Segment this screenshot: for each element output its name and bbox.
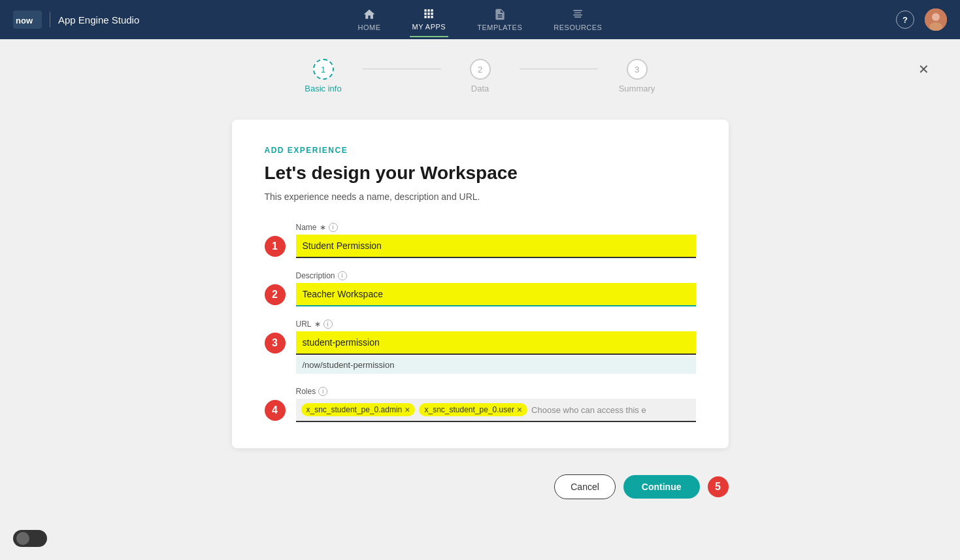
name-info-icon[interactable]: i (329, 223, 338, 232)
continue-button[interactable]: Continue (623, 475, 700, 499)
help-button[interactable]: ? (896, 10, 914, 29)
role-tag-admin-remove[interactable]: × (405, 404, 410, 415)
url-info-icon[interactable]: i (323, 320, 333, 329)
nav-resources[interactable]: RESOURCES (551, 3, 604, 37)
form-fields: 1 Name ∗ i 2 Description i (265, 223, 696, 422)
myapps-icon (422, 7, 435, 20)
description-label: Description i (296, 271, 696, 280)
step-2: 2 Data (441, 59, 520, 93)
url-preview: /now/student-permission (296, 356, 696, 374)
url-field-row: 3 URL ∗ i /now/student-permission (265, 320, 696, 374)
svg-text:now: now (16, 16, 33, 25)
description-info-icon[interactable]: i (338, 271, 347, 280)
step-badge-3: 3 (265, 333, 286, 354)
bottom-actions: Cancel Continue 5 (232, 474, 729, 499)
step-1-label: Basic info (305, 84, 341, 93)
name-required: ∗ (320, 223, 326, 232)
step-badge-4: 4 (265, 400, 286, 421)
app-name: App Engine Studio (58, 14, 139, 25)
main-content: 1 Basic info 2 Data 3 Summary ✕ ADD EXPE… (0, 39, 960, 560)
roles-placeholder: Choose who can access this e (531, 405, 646, 415)
name-label: Name ∗ i (296, 223, 696, 232)
roles-input[interactable]: x_snc_student_pe_0.admin × x_snc_student… (296, 399, 696, 422)
cancel-button[interactable]: Cancel (554, 474, 616, 499)
name-field-row: 1 Name ∗ i (265, 223, 696, 258)
step-2-circle: 2 (470, 59, 491, 80)
home-icon (363, 8, 376, 21)
step-connector-2 (520, 69, 598, 69)
url-label: URL ∗ i (296, 320, 696, 329)
form-card: ADD EXPERIENCE Let's design your Workspa… (232, 120, 729, 448)
stepper: 1 Basic info 2 Data 3 Summary (284, 59, 676, 93)
now-logo-icon: now (13, 10, 42, 29)
templates-icon (493, 8, 506, 21)
step-3-label: Summary (619, 84, 655, 93)
step-3-circle: 3 (627, 59, 648, 80)
url-input[interactable] (296, 331, 696, 355)
description-field-group: Description i (296, 271, 696, 306)
role-tag-admin[interactable]: x_snc_student_pe_0.admin × (301, 403, 416, 416)
nav-home[interactable]: HOME (356, 3, 384, 37)
toggle-knob (16, 532, 29, 545)
url-field-group: URL ∗ i /now/student-permission (296, 320, 696, 374)
resources-icon (571, 8, 584, 21)
section-label: ADD EXPERIENCE (265, 146, 696, 155)
svg-point-3 (932, 13, 940, 21)
name-input[interactable] (296, 235, 696, 258)
step-3: 3 Summary (598, 59, 676, 93)
roles-field-row: 4 Roles i x_snc_student_pe_0.admin × x_s… (265, 387, 696, 422)
nav-right: ? (896, 8, 947, 31)
roles-info-icon[interactable]: i (318, 387, 327, 396)
form-subtitle: This experience needs a name, descriptio… (265, 191, 696, 202)
nav-divider (50, 12, 50, 27)
roles-label: Roles i (296, 387, 696, 396)
step-connector-1 (363, 69, 441, 69)
dark-mode-toggle[interactable] (13, 530, 47, 547)
step-badge-1: 1 (265, 236, 286, 257)
nav-myapps[interactable]: MY APPS (410, 2, 449, 37)
top-navigation: now App Engine Studio HOME MY APPS TEMPL… (0, 0, 960, 39)
user-avatar[interactable] (925, 8, 947, 31)
role-tag-user[interactable]: x_snc_student_pe_0.user × (419, 403, 527, 416)
step-2-label: Data (471, 84, 489, 93)
form-title: Let's design your Workspace (265, 163, 696, 184)
step-badge-2: 2 (265, 284, 286, 305)
role-tag-user-remove[interactable]: × (517, 404, 522, 415)
brand: now App Engine Studio (13, 10, 139, 29)
step-badge-5: 5 (708, 476, 729, 497)
step-1: 1 Basic info (284, 59, 363, 93)
step-1-circle: 1 (313, 59, 334, 80)
close-button[interactable]: ✕ (913, 59, 934, 80)
description-input[interactable] (296, 283, 696, 306)
avatar-image (925, 8, 947, 31)
description-field-row: 2 Description i (265, 271, 696, 306)
nav-center: HOME MY APPS TEMPLATES RESOURCES (356, 2, 605, 37)
roles-field-group: Roles i x_snc_student_pe_0.admin × x_snc… (296, 387, 696, 422)
url-required: ∗ (314, 320, 321, 329)
nav-templates[interactable]: TEMPLATES (474, 3, 525, 37)
name-field-group: Name ∗ i (296, 223, 696, 258)
